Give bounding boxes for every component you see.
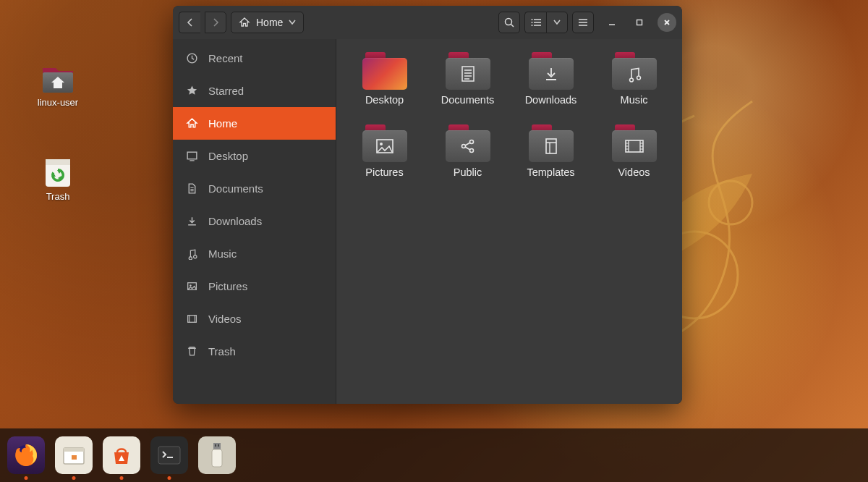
svg-point-11 (531, 19, 532, 20)
sidebar-item-pictures[interactable]: Pictures (173, 270, 336, 303)
sidebar-item-label: Starred (208, 85, 244, 97)
folder-icon (362, 124, 407, 162)
folder-music[interactable]: Music (603, 52, 665, 106)
chevron-down-icon (289, 20, 296, 25)
sidebar-item-documents[interactable]: Documents (173, 172, 336, 205)
templates-icon (543, 138, 559, 155)
folder-icon (612, 52, 657, 90)
sidebar-item-desktop[interactable]: Desktop (173, 140, 336, 172)
folder-icon (446, 124, 490, 162)
desktop-icon (186, 150, 198, 162)
window-minimize-button[interactable] (603, 13, 621, 32)
svg-point-28 (190, 284, 192, 287)
dock-software[interactable] (103, 436, 140, 474)
folder-icon (529, 124, 574, 162)
sidebar-item-music[interactable]: Music (173, 237, 336, 270)
view-options-button[interactable] (546, 12, 568, 33)
sidebar-item-label: Music (208, 248, 237, 260)
sidebar-item-label: Recent (208, 52, 243, 64)
running-indicator (25, 476, 28, 480)
svg-point-1 (709, 181, 752, 224)
svg-point-12 (531, 22, 532, 23)
running-indicator (120, 476, 124, 480)
sidebar-item-label: Trash (208, 345, 236, 358)
folder-desktop[interactable]: Desktop (354, 52, 415, 106)
list-icon (531, 18, 541, 27)
chevron-down-icon (553, 20, 561, 25)
usb-icon (209, 441, 225, 470)
sidebar-item-recent[interactable]: Recent (173, 42, 336, 75)
hamburger-menu-button[interactable] (572, 12, 594, 33)
path-bar[interactable]: Home (231, 12, 304, 33)
folder-public[interactable]: Public (437, 124, 498, 178)
svg-line-42 (465, 143, 470, 145)
sidebar-item-label: Desktop (208, 150, 248, 162)
svg-rect-63 (215, 444, 216, 447)
folder-label: Downloads (525, 94, 577, 106)
sidebar-item-label: Downloads (208, 215, 262, 227)
downloads-icon (186, 215, 198, 227)
svg-rect-64 (218, 444, 219, 447)
svg-point-6 (506, 19, 512, 25)
folder-grid: Desktop Documents Downloads (354, 52, 665, 178)
hamburger-icon (578, 18, 588, 27)
sidebar: Recent Starred Home Desktop Documents Do… (173, 39, 336, 404)
search-icon (503, 17, 515, 28)
svg-rect-22 (187, 152, 197, 159)
share-icon (459, 138, 477, 155)
dock-firefox[interactable] (7, 436, 45, 474)
folder-icon (529, 52, 574, 90)
folder-label: Desktop (365, 94, 404, 106)
folder-documents[interactable]: Documents (437, 52, 498, 106)
star-icon (186, 85, 198, 97)
folder-videos[interactable]: Videos (603, 124, 665, 178)
dock-usb-drive[interactable] (198, 436, 236, 474)
sidebar-item-label: Pictures (208, 280, 247, 292)
desktop-icon-trash[interactable]: Trash (29, 156, 87, 202)
sidebar-item-home[interactable]: Home (173, 107, 336, 140)
chevron-left-icon (187, 18, 194, 27)
download-icon (543, 65, 559, 83)
folder-label: Public (454, 166, 482, 178)
sidebar-item-videos[interactable]: Videos (173, 303, 336, 335)
sidebar-item-starred[interactable]: Starred (173, 75, 336, 107)
folder-icon (612, 124, 657, 162)
folder-label: Documents (441, 94, 494, 106)
videos-icon (624, 139, 644, 153)
folder-pictures[interactable]: Pictures (354, 124, 415, 178)
svg-rect-60 (158, 447, 180, 464)
sidebar-item-label: Videos (208, 313, 242, 325)
svg-line-7 (511, 25, 514, 28)
documents-icon (460, 65, 476, 83)
search-button[interactable] (498, 12, 520, 33)
nav-forward-button[interactable] (205, 12, 226, 33)
pictures-icon (186, 280, 198, 292)
svg-rect-59 (72, 455, 77, 460)
folder-content-area[interactable]: Desktop Documents Downloads (336, 39, 682, 404)
desktop-icon-home[interactable]: linux-user (29, 62, 87, 108)
nav-back-button[interactable] (179, 12, 200, 33)
folder-icon (362, 52, 407, 90)
folder-downloads[interactable]: Downloads (520, 52, 582, 106)
sidebar-item-downloads[interactable]: Downloads (173, 205, 336, 237)
svg-rect-58 (64, 448, 84, 452)
folder-templates[interactable]: Templates (520, 124, 582, 178)
svg-point-38 (380, 143, 383, 145)
sidebar-item-trash[interactable]: Trash (173, 335, 336, 368)
folder-label: Videos (618, 166, 650, 178)
window-maximize-button[interactable] (630, 13, 649, 32)
folder-label: Music (621, 94, 648, 106)
software-store-icon (107, 441, 136, 470)
home-icon (239, 17, 250, 28)
view-list-button[interactable] (524, 12, 546, 33)
pictures-icon (375, 138, 394, 154)
minimize-icon (608, 18, 616, 27)
svg-rect-18 (637, 20, 642, 25)
window-close-button[interactable] (658, 13, 676, 32)
dock-terminal[interactable] (150, 436, 188, 474)
titlebar: Home (173, 6, 682, 39)
dock (0, 428, 868, 482)
dock-files[interactable] (55, 436, 93, 474)
music-icon (186, 248, 198, 260)
documents-icon (186, 182, 198, 195)
